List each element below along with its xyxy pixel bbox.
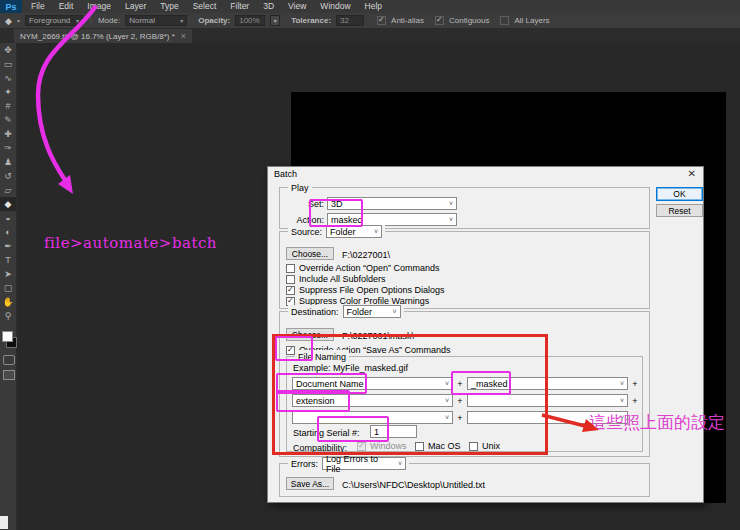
brush-tool[interactable]: ✑ [0, 141, 16, 155]
menu-3d[interactable]: 3D [256, 0, 281, 13]
all-layers-checkbox[interactable] [500, 16, 509, 25]
naming-field-5[interactable]: ˅ [292, 411, 453, 424]
naming-field-4[interactable]: ˅ [467, 394, 628, 407]
file-naming-group: File Naming Example: MyFile_masked.gif D… [286, 356, 643, 452]
destination-path: F:\0227001\mask\ [342, 331, 414, 341]
dialog-title: Batch [274, 169, 297, 179]
opacity-drop-button[interactable]: ▾ [270, 15, 280, 26]
menu-help[interactable]: Help [358, 0, 389, 13]
ok-button[interactable]: OK [656, 187, 703, 201]
quick-mask-button[interactable] [3, 355, 15, 365]
magic-wand-tool[interactable]: ✦ [0, 85, 16, 99]
healing-brush-tool[interactable]: ✚ [0, 127, 16, 141]
screen-mode-button[interactable] [3, 370, 15, 380]
errors-group-legend: Errors: Log Errors to File ˅ [288, 457, 409, 470]
play-group: Play Set: 3D ˅ Action: masked ˅ [279, 187, 650, 229]
blur-tool[interactable]: ◒ [0, 211, 16, 225]
dodge-tool[interactable]: ◐ [0, 225, 16, 239]
eyedropper-tool[interactable]: ✎ [0, 113, 16, 127]
override-open-label: Override Action “Open” Commands [299, 263, 440, 273]
lasso-tool[interactable]: ∿ [0, 71, 16, 85]
path-selection-tool[interactable]: ➤ [0, 267, 16, 281]
opacity-input[interactable]: 100% [235, 15, 265, 26]
menu-bar: Ps File Edit Image Layer Type Select Fil… [0, 0, 740, 13]
compat-macos-row: Mac OS [415, 441, 461, 451]
naming-field-1[interactable]: Document Name ˅ [292, 377, 453, 390]
tool-preset-caret-icon[interactable]: ▾ [17, 17, 20, 24]
chevron-down-icon: ˅ [445, 414, 449, 421]
source-path: F:\0227001\ [342, 250, 390, 260]
menu-type[interactable]: Type [153, 0, 185, 13]
override-saveas-checkbox[interactable] [286, 346, 295, 355]
foreground-color-swatch[interactable] [2, 331, 13, 342]
tolerance-label: Tolerance: [291, 16, 331, 25]
move-tool[interactable]: ✥ [0, 43, 16, 57]
hand-tool[interactable]: ✋ [0, 295, 16, 309]
destination-dropdown[interactable]: Folder ˅ [343, 305, 401, 318]
menu-edit[interactable]: Edit [52, 0, 81, 13]
destination-label: Destination: [291, 307, 339, 317]
error-log-path: C:\Users\NFDC\Desktop\Untitled.txt [342, 480, 485, 490]
chevron-down-icon: ˅ [392, 308, 396, 315]
source-dropdown[interactable]: Folder ˅ [326, 225, 382, 238]
suppress-open-dialogs-checkbox[interactable] [286, 286, 295, 295]
tolerance-input[interactable]: 32 [336, 15, 364, 26]
plus-sign: + [456, 379, 464, 389]
include-subfolders-row: Include All Subfolders [286, 274, 386, 284]
eraser-tool[interactable]: ▱ [0, 183, 16, 197]
marquee-tool[interactable]: ▭ [0, 57, 16, 71]
contiguous-label: Contiguous [449, 16, 489, 25]
naming-field-6[interactable]: ˅ [467, 411, 628, 424]
menu-select[interactable]: Select [186, 0, 224, 13]
set-value: 3D [331, 199, 343, 209]
fill-source-dropdown[interactable]: Foreground ▾ [25, 15, 83, 26]
chevron-down-icon: ˅ [620, 397, 624, 404]
menu-layer[interactable]: Layer [118, 0, 153, 13]
include-subfolders-checkbox[interactable] [286, 275, 295, 284]
serial-input[interactable] [370, 425, 417, 438]
shape-tool[interactable]: ▢ [0, 281, 16, 295]
history-brush-tool[interactable]: ↺ [0, 169, 16, 183]
compatibility-label: Compatibility: [293, 443, 347, 453]
naming-field-2[interactable]: _masked ˅ [467, 377, 628, 390]
document-tab[interactable]: NYM_2669.tif @ 16.7% (Layer 2, RGB/8*) *… [14, 29, 192, 43]
dialog-close-icon[interactable]: ✕ [688, 168, 696, 179]
error-log-save-as-button[interactable]: Save As... [286, 477, 334, 490]
play-group-legend: Play [288, 181, 312, 194]
type-tool[interactable]: T [0, 253, 16, 267]
action-label: Action: [288, 215, 324, 225]
menu-filter[interactable]: Filter [223, 0, 256, 13]
chevron-down-icon: ▾ [180, 17, 183, 24]
override-open-checkbox[interactable] [286, 264, 295, 273]
override-open-row: Override Action “Open” Commands [286, 263, 440, 273]
macos-checkbox[interactable] [415, 442, 424, 451]
paint-bucket-tool[interactable]: ◆ [0, 197, 16, 211]
plus-sign: + [456, 396, 464, 406]
menu-view[interactable]: View [281, 0, 313, 13]
menu-file[interactable]: File [24, 0, 52, 13]
naming-field-3[interactable]: extension ˅ [292, 394, 453, 407]
tool-panel: ✥ ▭ ∿ ✦ # ✎ ✚ ✑ ♟ ↺ ▱ ◆ ◒ ◐ ✒ T [0, 43, 17, 530]
unix-checkbox[interactable] [469, 442, 478, 451]
pen-tool[interactable]: ✒ [0, 239, 16, 253]
anti-alias-checkbox[interactable] [377, 16, 386, 25]
mode-dropdown[interactable]: Normal ▾ [125, 15, 187, 26]
contiguous-checkbox[interactable] [435, 16, 444, 25]
chevron-down-icon: ˅ [449, 200, 453, 207]
errors-dropdown[interactable]: Log Errors to File ˅ [322, 457, 406, 470]
reset-button[interactable]: Reset [656, 204, 703, 217]
windows-checkbox [357, 442, 366, 451]
source-choose-button[interactable]: Choose... [286, 247, 334, 260]
destination-choose-button[interactable]: Choose... [286, 328, 334, 341]
macos-label: Mac OS [428, 441, 461, 451]
tab-close-icon[interactable]: × [181, 31, 186, 41]
menu-window[interactable]: Window [313, 0, 357, 13]
clone-stamp-tool[interactable]: ♟ [0, 155, 16, 169]
include-subfolders-label: Include All Subfolders [299, 274, 386, 284]
serial-label: Starting Serial #: [293, 428, 360, 438]
menu-image[interactable]: Image [80, 0, 118, 13]
zoom-tool[interactable]: ⚲ [0, 309, 16, 323]
plus-sign: + [631, 379, 639, 389]
set-dropdown[interactable]: 3D ˅ [327, 197, 457, 210]
crop-tool[interactable]: # [0, 99, 16, 113]
